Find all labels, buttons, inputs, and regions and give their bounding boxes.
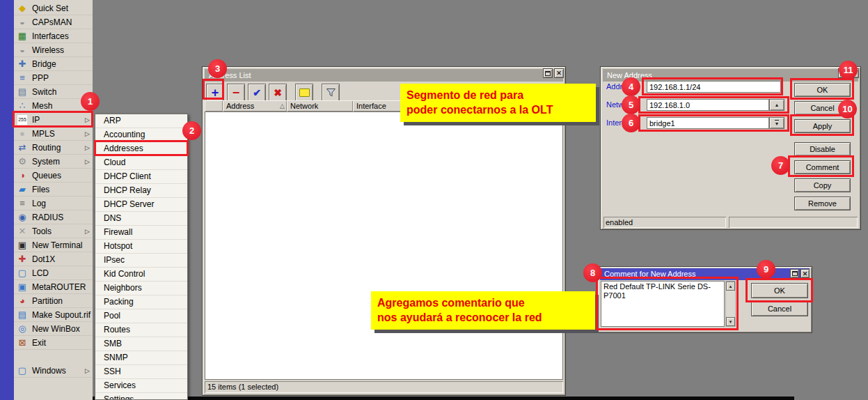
- sidebar-item-partition[interactable]: ◕ Partition ▷: [14, 294, 93, 308]
- submenu-item-smb[interactable]: SMB: [95, 337, 187, 351]
- address-list-titlebar[interactable]: Address List: [205, 69, 563, 82]
- sidebar-item-wireless[interactable]: ◒ Wireless ▷: [14, 43, 93, 57]
- submenu-item-packing[interactable]: Packing: [95, 295, 187, 309]
- submenu-item-dns[interactable]: DNS: [95, 212, 187, 226]
- comment-ok-button[interactable]: OK: [751, 283, 808, 298]
- sidebar-item-mpls[interactable]: ● MPLS ▷: [14, 127, 93, 141]
- windows-icon: ▢: [17, 366, 27, 376]
- interface-field[interactable]: [647, 117, 769, 129]
- address-field[interactable]: [647, 81, 781, 93]
- sidebar-item-interfaces[interactable]: ▦ Interfaces ▷: [14, 29, 93, 43]
- maximize-button[interactable]: [790, 269, 799, 278]
- submenu-item-dhcp-server[interactable]: DHCP Server: [95, 198, 187, 212]
- submenu-item-snmp[interactable]: SNMP: [95, 351, 187, 365]
- menu-item-label: LCD: [32, 268, 49, 278]
- apply-button[interactable]: Apply: [794, 119, 851, 133]
- comment-window: Comment for New Address ✕ Red Default TP…: [597, 266, 812, 333]
- close-button[interactable]: ✕: [554, 68, 564, 78]
- submenu-item-settings[interactable]: Settings: [95, 393, 187, 400]
- interface-dropdown-button[interactable]: ▼: [769, 117, 784, 129]
- submenu-item-ipsec[interactable]: IPsec: [95, 254, 187, 268]
- menu-item-label: Windows: [32, 366, 66, 376]
- comment-button[interactable]: Comment: [794, 160, 851, 174]
- step-marker-5: 5: [622, 95, 640, 114]
- submenu-item-addresses[interactable]: Addresses: [95, 142, 187, 156]
- remove-address-button[interactable]: −: [227, 84, 245, 102]
- sidebar-item-ip[interactable]: 255 IP ▷: [14, 113, 93, 127]
- address-list-statusbar: 15 items (1 selected): [205, 381, 563, 393]
- tools-icon: ✕: [17, 226, 27, 236]
- sidebar-item-system[interactable]: ⚙ System ▷: [14, 155, 93, 169]
- enable-button[interactable]: ✔: [248, 84, 266, 102]
- ip-icon: 255: [17, 115, 27, 125]
- sidebar-item-tools[interactable]: ✕ Tools ▷: [14, 224, 93, 238]
- comment-dialog-buttons: OK Cancel: [751, 283, 808, 319]
- comment-titlebar[interactable]: Comment for New Address: [600, 268, 810, 280]
- submenu-item-firewall[interactable]: Firewall: [95, 226, 187, 240]
- comment-scrollbar[interactable]: ▲ ▼: [725, 281, 736, 327]
- submenu-arrow-icon: ▷: [85, 367, 90, 374]
- sidebar-item-metarouter[interactable]: ▣ MetaROUTER ▷: [14, 280, 93, 294]
- remove-button[interactable]: Remove: [794, 197, 851, 210]
- maximize-button[interactable]: [543, 68, 553, 78]
- scroll-up-button[interactable]: ▲: [726, 282, 735, 291]
- sidebar-item-exit[interactable]: ⊠ Exit ▷: [14, 336, 93, 350]
- submenu-item-dhcp-client[interactable]: DHCP Client: [95, 170, 187, 184]
- network-field[interactable]: [647, 99, 769, 111]
- submenu-item-ssh[interactable]: SSH: [95, 365, 187, 379]
- menu-item-label: Routing: [32, 143, 61, 153]
- column-flags[interactable]: [205, 100, 223, 111]
- submenu-item-services[interactable]: Services: [95, 379, 187, 393]
- sidebar-item-capsman[interactable]: ◒ CAPsMAN ▷: [14, 15, 93, 29]
- wireless-icon: ◒: [17, 45, 27, 55]
- sidebar-item-queues[interactable]: ◑ Queues ▷: [14, 169, 93, 183]
- sidebar-item-new-winbox[interactable]: ◎ New WinBox ▷: [14, 322, 93, 336]
- sidebar-item-radius[interactable]: ◉ RADIUS ▷: [14, 210, 93, 224]
- filter-button[interactable]: [322, 84, 340, 102]
- copy-button[interactable]: Copy: [794, 178, 851, 192]
- submenu-arrow-icon: ▷: [85, 228, 90, 235]
- sidebar-item-quick-set[interactable]: ◆ Quick Set ▷: [14, 1, 93, 15]
- submenu-item-arp[interactable]: ARP: [95, 114, 187, 128]
- sidebar-item-log[interactable]: ≡ Log ▷: [14, 197, 93, 210]
- sidebar-item-switch[interactable]: ▤ Switch ▷: [14, 85, 93, 99]
- disable-toolbar-button[interactable]: ✖: [269, 84, 287, 102]
- sidebar-item-files[interactable]: ▰ Files ▷: [14, 183, 93, 197]
- close-button[interactable]: ✕: [800, 269, 810, 278]
- new-winbox-icon: ◎: [17, 324, 27, 334]
- column-address[interactable]: Address △: [223, 100, 287, 111]
- comment-toolbar-button[interactable]: [295, 84, 313, 102]
- disable-button[interactable]: Disable: [794, 142, 851, 156]
- sidebar-item-routing[interactable]: ⇄ Routing ▷: [14, 141, 93, 155]
- submenu-item-kid-control[interactable]: Kid Control: [95, 268, 187, 282]
- plus-icon: +: [212, 87, 219, 98]
- menu-item-label: Interfaces: [32, 31, 69, 41]
- address-list-toolbar: + − ✔ ✖: [206, 84, 342, 102]
- sidebar-item-make-supout[interactable]: ▤ Make Supout.rif ▷: [14, 308, 93, 322]
- submenu-item-cloud[interactable]: Cloud: [95, 156, 187, 170]
- submenu-item-accounting[interactable]: Accounting: [95, 128, 187, 142]
- submenu-item-pool[interactable]: Pool: [95, 309, 187, 323]
- sidebar-item-bridge[interactable]: ✚ Bridge ▷: [14, 57, 93, 71]
- comment-cancel-button[interactable]: Cancel: [751, 301, 808, 316]
- submenu-item-neighbors[interactable]: Neighbors: [95, 282, 187, 295]
- new-address-titlebar[interactable]: New Address: [603, 69, 858, 82]
- submenu-item-hotspot[interactable]: Hotspot: [95, 240, 187, 254]
- submenu-item-dhcp-relay[interactable]: DHCP Relay: [95, 184, 187, 198]
- metarouter-icon: ▣: [17, 282, 27, 292]
- address-list-body[interactable]: [205, 111, 563, 380]
- menu-item-label: Queues: [32, 171, 61, 180]
- comment-textarea[interactable]: Red Default TP-LINK Serie DS-P7001: [601, 281, 725, 327]
- sidebar-item-new-terminal[interactable]: ▣ New Terminal ▷: [14, 238, 93, 252]
- column-network[interactable]: Network: [287, 100, 353, 111]
- sidebar-item-windows[interactable]: ▢ Windows ▷: [14, 364, 93, 378]
- add-address-button[interactable]: +: [206, 84, 224, 102]
- scroll-down-button[interactable]: ▼: [726, 317, 735, 326]
- sidebar-item-dot1x[interactable]: ✚ Dot1X ▷: [14, 252, 93, 266]
- sidebar-item-ppp[interactable]: ≡ PPP ▷: [14, 71, 93, 85]
- network-spin-up-button[interactable]: ▲: [769, 99, 784, 111]
- ok-button[interactable]: OK: [794, 83, 851, 97]
- sidebar-item-lcd[interactable]: ▢ LCD ▷: [14, 266, 93, 280]
- step-marker-11: 11: [839, 61, 858, 79]
- submenu-item-routes[interactable]: Routes: [95, 323, 187, 337]
